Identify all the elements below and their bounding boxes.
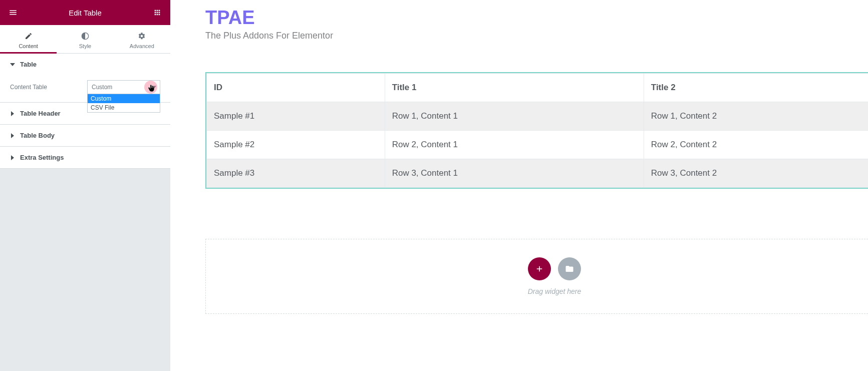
th-id: ID xyxy=(207,74,385,102)
cell: Row 1, Content 1 xyxy=(385,102,644,131)
tab-content[interactable]: Content xyxy=(0,25,57,53)
th-title-2: Title 2 xyxy=(644,74,868,102)
section-table-body: Content Table Custom Custom CSV File xyxy=(0,75,170,102)
page-title: TPAE xyxy=(205,7,868,29)
widget-dropzone[interactable]: Drag widget here xyxy=(205,239,868,314)
sidebar-header: Edit Table xyxy=(0,0,170,25)
section-table-header-title: Table Header xyxy=(20,110,61,117)
caret-right-icon xyxy=(10,133,15,138)
table-row: Sample #3 Row 3, Content 1 Row 3, Conten… xyxy=(207,159,869,188)
option-custom[interactable]: Custom xyxy=(88,94,160,103)
data-table: ID Title 1 Title 2 Sample #1 Row 1, Cont… xyxy=(206,73,868,188)
section-table: Table Content Table Custom Custom CS xyxy=(0,54,170,103)
template-library-button[interactable] xyxy=(558,257,581,280)
section-table-title: Table xyxy=(20,61,37,68)
apps-grid-icon[interactable] xyxy=(149,5,165,21)
th-title-1: Title 1 xyxy=(385,74,644,102)
table-header-row: ID Title 1 Title 2 xyxy=(207,74,869,102)
content-table-control: Content Table Custom Custom CSV File xyxy=(10,80,160,94)
table-row: Sample #1 Row 1, Content 1 Row 1, Conten… xyxy=(207,102,869,131)
tab-style-label: Style xyxy=(79,43,91,49)
tab-advanced[interactable]: Advanced xyxy=(114,25,170,53)
tab-advanced-label: Advanced xyxy=(130,43,154,49)
section-table-body-title: Table Body xyxy=(20,132,55,139)
caret-right-icon xyxy=(10,155,15,160)
section-table-body-toggle[interactable]: Table Body xyxy=(0,125,170,146)
table-row: Sample #2 Row 2, Content 1 Row 2, Conten… xyxy=(207,131,869,159)
content-table-label: Content Table xyxy=(10,84,80,91)
contrast-icon xyxy=(57,32,113,40)
content-table-dropdown: Custom CSV File xyxy=(87,94,160,113)
cell: Sample #2 xyxy=(207,131,385,159)
content-table-select-value[interactable]: Custom xyxy=(87,80,160,94)
cell: Row 3, Content 1 xyxy=(385,159,644,188)
content-table-select[interactable]: Custom Custom CSV File xyxy=(87,80,160,94)
section-extra-settings-title: Extra Settings xyxy=(20,154,64,161)
gear-icon xyxy=(114,32,170,40)
pencil-icon xyxy=(0,32,57,40)
option-csv-file[interactable]: CSV File xyxy=(88,103,160,112)
dropzone-text: Drag widget here xyxy=(528,287,582,295)
cell: Row 1, Content 2 xyxy=(644,102,868,131)
cell: Row 2, Content 2 xyxy=(644,131,868,159)
cell: Sample #1 xyxy=(207,102,385,131)
tab-content-label: Content xyxy=(19,43,38,49)
cell: Sample #3 xyxy=(207,159,385,188)
table-widget[interactable]: ID Title 1 Title 2 Sample #1 Row 1, Cont… xyxy=(205,72,868,189)
editor-tabs: Content Style Advanced xyxy=(0,25,170,54)
preview-canvas: TPAE The Plus Addons For Elementor ID Ti… xyxy=(170,0,868,371)
section-table-header[interactable]: Table xyxy=(0,54,170,75)
dropzone-actions xyxy=(528,257,581,280)
sidebar-title: Edit Table xyxy=(69,9,102,17)
menu-icon[interactable] xyxy=(5,5,21,21)
editor-sidebar: Edit Table Content Style Advanced xyxy=(0,0,170,371)
caret-right-icon xyxy=(10,111,15,116)
page-subtitle: The Plus Addons For Elementor xyxy=(205,31,868,41)
caret-down-icon xyxy=(10,62,15,67)
section-table-body: Table Body xyxy=(0,125,170,147)
add-widget-button[interactable] xyxy=(528,257,551,280)
section-extra-settings: Extra Settings xyxy=(0,147,170,169)
tab-style[interactable]: Style xyxy=(57,25,113,53)
section-extra-settings-toggle[interactable]: Extra Settings xyxy=(0,147,170,168)
cell: Row 3, Content 2 xyxy=(644,159,868,188)
cell: Row 2, Content 1 xyxy=(385,131,644,159)
sidebar-empty-area xyxy=(0,169,170,371)
